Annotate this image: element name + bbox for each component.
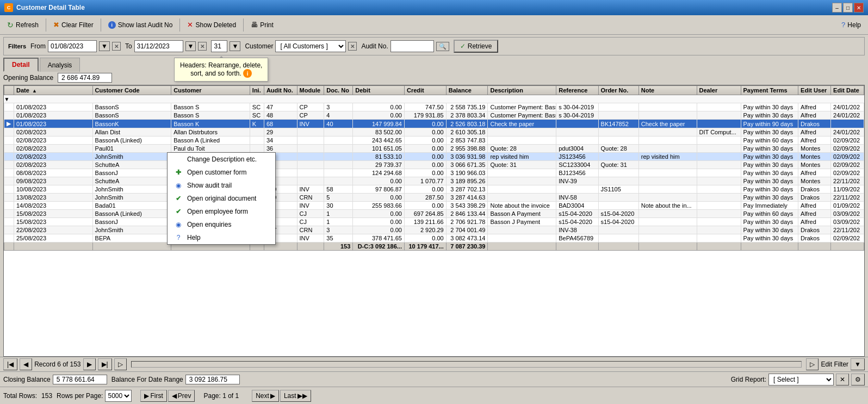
table-row[interactable]: 10/08/2023JohnSmithJohn Smith119INV5897 … — [4, 185, 864, 194]
table-cell: SC — [250, 103, 264, 111]
table-row[interactable]: 01/08/2023BassonSBasson SSC48CP40.00179 … — [4, 111, 864, 120]
filter-input-date[interactable] — [14, 96, 93, 102]
ctx-open-employee[interactable]: ✔ Open employee form — [168, 205, 275, 218]
col-customer[interactable]: Customer — [171, 86, 250, 95]
filter-cell-customer[interactable] — [171, 95, 250, 103]
col-customer-code[interactable]: Customer Code — [92, 86, 171, 95]
col-edit-user[interactable]: Edit User — [798, 86, 831, 95]
table-row[interactable]: 25/08/2023BEPABEP Allwright Consulting63… — [4, 234, 864, 243]
col-balance[interactable]: Balance — [446, 86, 488, 95]
grid-report-x-button[interactable]: ✕ — [836, 374, 849, 386]
table-row[interactable]: 15/08/2023BassonJBasson J (Price Level .… — [4, 218, 864, 226]
table-row[interactable]: 02/08/2023Allan DistAllan Distrbutors298… — [4, 128, 864, 136]
table-row[interactable]: 14/08/2023Bada01BadApple (Suspended)R55I… — [4, 202, 864, 210]
table-cell: 02/09/202 — [831, 153, 864, 161]
ctx-help[interactable]: ? Help — [168, 231, 275, 244]
to-dropdown-arrow[interactable]: ▼ — [185, 41, 196, 51]
col-reference[interactable]: Reference — [556, 86, 598, 95]
audit-search-icon[interactable]: 🔍 — [436, 42, 449, 51]
col-credit[interactable]: Credit — [404, 86, 446, 95]
next-page-button[interactable]: Next ▶ — [252, 390, 279, 402]
prev-record-button[interactable]: ◀ — [20, 358, 32, 370]
table-cell — [488, 169, 556, 177]
table-row[interactable]: 13/08/2023JohnSmithJohn Smith219CRN50.00… — [4, 194, 864, 202]
grid-report-settings-button[interactable]: ⚙ — [851, 374, 865, 386]
first-record-button[interactable]: |◀ — [3, 358, 17, 370]
ctx-open-original[interactable]: ✔ Open original document — [168, 192, 275, 205]
col-doc-no[interactable]: Doc. No — [324, 86, 353, 95]
from-clear-button[interactable]: ✕ — [112, 42, 121, 51]
audit-no-input[interactable] — [390, 40, 434, 52]
customer-select[interactable]: [ All Customers ] — [275, 40, 346, 52]
table-cell: 3 287 702.13 — [446, 185, 488, 194]
grid-report-select[interactable]: [ Select ] — [768, 374, 834, 386]
horizontal-scrollbar[interactable] — [131, 361, 802, 368]
customer-clear-button[interactable]: ✕ — [348, 42, 357, 51]
ctx-show-audit[interactable]: ◉ Show audit trail — [168, 179, 275, 192]
minimize-button[interactable]: – — [832, 3, 842, 13]
table-row[interactable]: 22/08/2023JohnSmithJohn Smith217CRN30.00… — [4, 226, 864, 234]
col-description[interactable]: Description — [488, 86, 556, 95]
table-row[interactable]: ▶01/08/2023BassonKBasson KK68INV40147 99… — [4, 120, 864, 128]
prev-page-button[interactable]: ◀ Prev — [168, 390, 195, 402]
ctx-open-customer[interactable]: ✚ Open customer form — [168, 166, 275, 179]
from-date-input[interactable] — [48, 40, 97, 52]
delete-icon: ✕ — [187, 21, 193, 29]
filter-cell-custcode[interactable] — [92, 95, 171, 103]
day-dropdown-arrow[interactable]: ▼ — [230, 41, 240, 51]
next-record-button[interactable]: ▶ — [83, 358, 96, 370]
col-order-no[interactable]: Order No. — [598, 86, 638, 95]
retrieve-button[interactable]: ✓ Retrieve — [454, 40, 499, 53]
scroll-right-button2[interactable]: ▷ — [806, 358, 819, 370]
col-checkbox[interactable] — [4, 86, 14, 95]
table-container[interactable]: Date ▲ Customer Code Customer Ini. Audit… — [3, 85, 865, 357]
table-row[interactable]: 01/08/2023BassonSBasson SSC47CP30.00747.… — [4, 103, 864, 111]
print-button[interactable]: 🖶 Print — [246, 17, 278, 33]
show-last-audit-button[interactable]: i Show last Audit No — [103, 17, 178, 33]
ctx-open-enquiries[interactable]: ◉ Open enquiries — [168, 218, 275, 231]
show-deleted-button[interactable]: ✕ Show Deleted — [182, 17, 241, 33]
scroll-right-button[interactable]: ▷ — [114, 358, 127, 370]
last-page-button[interactable]: Last ▶▶ — [280, 390, 311, 402]
tab-detail[interactable]: Detail — [3, 58, 39, 72]
col-module[interactable]: Module — [297, 86, 324, 95]
col-debit[interactable]: Debit — [353, 86, 405, 95]
table-row[interactable]: 02/08/2023JohnSmithJohn Smith3881 533.10… — [4, 153, 864, 161]
table-row[interactable]: 02/08/2023BassonA (Linked)Basson A (Link… — [4, 136, 864, 145]
col-audit-no[interactable]: Audit No. — [264, 86, 297, 95]
table-row[interactable]: 02/08/2023SchutteASchutte A3929 739.370.… — [4, 161, 864, 169]
page-nav-group: ▶ First ◀ Prev — [140, 390, 195, 402]
help-icon: ? — [841, 21, 845, 29]
table-row[interactable]: 08/08/2023BassonJBasson J (Price Le37124… — [4, 169, 864, 177]
refresh-button[interactable]: ↻ Refresh — [2, 17, 44, 33]
clear-filter-button[interactable]: ✖ Clear Filter — [48, 17, 98, 33]
tab-analysis[interactable]: Analysis — [40, 58, 80, 72]
table-row[interactable]: 02/08/2023Paul01Paul du Toit36101 651.05… — [4, 145, 864, 153]
to-date-input[interactable] — [134, 40, 183, 52]
col-ini[interactable]: Ini. — [250, 86, 264, 95]
col-note[interactable]: Note — [638, 86, 697, 95]
filter-input-custcode[interactable] — [92, 96, 171, 102]
col-dealer[interactable]: Dealer — [697, 86, 741, 95]
rows-per-page-select[interactable]: 5000 100 500 1000 — [105, 390, 132, 402]
col-payment-terms[interactable]: Payment Terms — [741, 86, 798, 95]
help-button[interactable]: ? Help — [836, 17, 866, 33]
maximize-button[interactable]: □ — [843, 3, 853, 13]
close-button[interactable]: ✕ — [854, 3, 864, 13]
filter-cell-date[interactable] — [14, 95, 93, 103]
ctx-icon-help: ? — [174, 233, 183, 242]
day-input[interactable] — [211, 40, 227, 52]
col-edit-date[interactable]: Edit Date — [831, 86, 864, 95]
audit-no-label: Audit No. — [361, 42, 388, 50]
from-dropdown-arrow[interactable]: ▼ — [99, 41, 110, 51]
edit-filter-dropdown[interactable]: ▼ — [851, 358, 865, 370]
table-row[interactable]: 15/08/2023BassonA (Linked)Basson A (Link… — [4, 210, 864, 218]
filter-input-customer[interactable] — [171, 96, 250, 102]
last-record-button[interactable]: ▶| — [98, 358, 112, 370]
table-row[interactable]: 09/08/2023SchutteASchutte A40.001 070.77… — [4, 177, 864, 185]
to-clear-button[interactable]: ✕ — [198, 42, 207, 51]
ctx-change-description[interactable]: Change Description etc. — [168, 153, 275, 166]
first-page-button[interactable]: ▶ First — [140, 390, 166, 402]
col-date[interactable]: Date ▲ — [14, 86, 93, 95]
table-cell: 0.00 — [353, 218, 405, 226]
